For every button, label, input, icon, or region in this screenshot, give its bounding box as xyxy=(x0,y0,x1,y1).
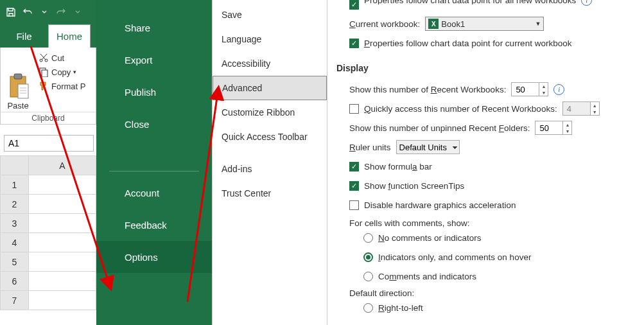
backstage-item-publish[interactable]: Publish xyxy=(96,76,212,108)
scissors-icon xyxy=(39,53,49,63)
recent-workbooks-input[interactable] xyxy=(512,83,539,96)
recent-folders-input[interactable] xyxy=(535,121,562,134)
tab-file[interactable]: File xyxy=(0,24,48,48)
ribbon-body: Paste Cut Copy ▾ Format P Clipboard xyxy=(0,48,96,125)
radio-no-comments[interactable] xyxy=(363,233,373,243)
label-comments-heading: For cells with comments, show: xyxy=(349,218,638,228)
row-header[interactable]: 5 xyxy=(1,252,29,272)
cell[interactable] xyxy=(28,214,96,233)
quick-access-toolbar xyxy=(0,0,96,24)
backstage-item-account[interactable]: Account xyxy=(96,177,212,209)
label-no-comments: No comments or indicators xyxy=(378,233,482,243)
undo-icon[interactable] xyxy=(21,5,35,19)
label-right-to-left: Right-to-left xyxy=(378,303,423,313)
advanced-options-panel: Properties follow chart data point for a… xyxy=(327,0,644,325)
options-categories: Save Language Accessibility Advanced Cus… xyxy=(212,0,327,325)
backstage-item-export[interactable]: Export xyxy=(96,44,212,76)
tab-home[interactable]: Home xyxy=(48,24,91,48)
save-icon[interactable] xyxy=(4,5,18,19)
radio-right-to-left[interactable] xyxy=(363,303,373,313)
options-cat-advanced[interactable]: Advanced xyxy=(213,76,327,100)
select-all-corner[interactable] xyxy=(1,156,29,175)
copy-dropdown-icon[interactable]: ▾ xyxy=(73,69,76,75)
options-cat-addins[interactable]: Add-ins xyxy=(213,157,327,181)
label-properties-all-workbooks: Properties follow chart data point for a… xyxy=(364,0,576,4)
svg-rect-1 xyxy=(14,74,22,79)
quick-access-recent-spinner: ▲▼ xyxy=(562,101,600,116)
label-disable-hw-accel: Disable hardware graphics acceleration xyxy=(364,200,516,210)
paste-icon xyxy=(6,73,30,101)
cell[interactable] xyxy=(28,233,96,252)
label-default-direction-heading: Default direction: xyxy=(349,288,638,298)
copy-icon xyxy=(39,67,49,77)
cell[interactable] xyxy=(28,175,96,195)
options-cat-customize-ribbon[interactable]: Customize Ribbon xyxy=(213,100,327,125)
svg-rect-2 xyxy=(18,84,28,98)
backstage-item-close[interactable]: Close xyxy=(96,108,212,140)
section-display: Display xyxy=(336,63,638,73)
format-painter-button[interactable]: Format P xyxy=(36,81,96,91)
ruler-units-select[interactable]: Default Units xyxy=(396,140,460,154)
quick-access-recent-input xyxy=(563,102,590,115)
clipboard-actions: Cut Copy ▾ Format P xyxy=(36,48,96,112)
dropdown-icon: ▼ xyxy=(535,21,541,27)
cell[interactable] xyxy=(28,195,96,214)
label-ruler-units: Ruler units xyxy=(349,143,391,152)
label-properties-current-workbook: Properties follow chart data point for c… xyxy=(364,39,571,48)
backstage-item-options[interactable]: Options xyxy=(96,241,212,273)
checkbox-properties-all-workbooks[interactable] xyxy=(349,0,359,10)
checkbox-show-formula-bar[interactable] xyxy=(349,162,359,171)
checkbox-quick-access-recent[interactable] xyxy=(349,104,359,114)
cell[interactable] xyxy=(28,272,96,291)
cut-button[interactable]: Cut xyxy=(36,53,96,63)
info-icon[interactable]: i xyxy=(553,84,564,95)
label-indicators-only: Indicators only, and comments on hover xyxy=(378,252,531,262)
radio-indicators-only[interactable] xyxy=(363,252,373,262)
row-header[interactable]: 4 xyxy=(1,233,29,252)
row-header[interactable]: 7 xyxy=(1,291,29,310)
svg-rect-7 xyxy=(42,70,48,77)
cell[interactable] xyxy=(28,252,96,272)
radio-comments-and-indicators[interactable] xyxy=(363,272,373,281)
options-cat-language[interactable]: Language xyxy=(213,27,327,51)
radio-group-direction: Right-to-left xyxy=(363,298,638,317)
info-icon[interactable]: i xyxy=(581,0,592,6)
current-workbook-select[interactable]: X Book1 ▼ xyxy=(425,17,544,31)
copy-button[interactable]: Copy ▾ xyxy=(36,67,96,77)
options-cat-accessibility[interactable]: Accessibility xyxy=(213,51,327,76)
col-header-a[interactable]: A xyxy=(28,156,96,175)
checkbox-show-function-screentips[interactable] xyxy=(349,181,359,191)
row-header[interactable]: 2 xyxy=(1,195,29,214)
undo-dropdown-icon[interactable] xyxy=(37,5,51,19)
backstage-item-share[interactable]: Share xyxy=(96,12,212,44)
options-cat-qat[interactable]: Quick Access Toolbar xyxy=(213,125,327,149)
group-caption-clipboard: Clipboard xyxy=(1,112,96,124)
label-recent-workbooks: Show this number of Recent Workbooks: xyxy=(349,85,506,94)
row-header[interactable]: 3 xyxy=(1,214,29,233)
row-header[interactable]: 1 xyxy=(1,175,29,195)
label-current-workbook: Current workbook: xyxy=(349,19,420,29)
label-quick-access-recent: Quickly access this number of Recent Wor… xyxy=(364,104,557,114)
checkbox-disable-hw-accel[interactable] xyxy=(349,200,359,210)
redo-dropdown-icon[interactable] xyxy=(71,5,85,19)
redo-icon[interactable] xyxy=(54,5,68,19)
radio-group-comments: No comments or indicators Indicators onl… xyxy=(363,228,638,286)
label-show-formula-bar: Show formula bar xyxy=(364,162,432,171)
name-box-input[interactable] xyxy=(4,135,94,152)
cell[interactable] xyxy=(28,291,96,310)
backstage-separator xyxy=(109,171,199,171)
options-cat-save[interactable]: Save xyxy=(213,3,327,27)
recent-workbooks-spinner[interactable]: ▲▼ xyxy=(511,82,548,96)
brush-icon xyxy=(39,81,49,91)
paste-button[interactable]: Paste xyxy=(1,48,36,112)
current-workbook-name: Book1 xyxy=(441,19,532,29)
recent-folders-spinner[interactable]: ▲▼ xyxy=(535,121,572,135)
cut-label: Cut xyxy=(51,53,64,63)
checkbox-properties-current-workbook[interactable] xyxy=(349,39,359,48)
ribbon-tabs: File Home xyxy=(0,24,96,48)
options-cat-trust-center[interactable]: Trust Center xyxy=(213,181,327,206)
worksheet-grid[interactable]: A 1 2 3 4 5 6 7 xyxy=(0,155,96,310)
backstage-item-feedback[interactable]: Feedback xyxy=(96,209,212,241)
row-header[interactable]: 6 xyxy=(1,272,29,291)
label-show-function-screentips: Show function ScreenTips xyxy=(364,181,464,191)
